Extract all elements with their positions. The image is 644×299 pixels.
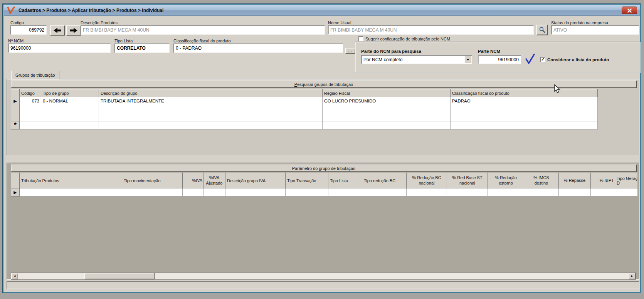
empty-cell[interactable] [451, 121, 598, 129]
pesquisar-grupos-button[interactable]: Pesquisar grupos de tributação [11, 81, 637, 88]
parte-pesquisa-value: Por NCM completo [362, 57, 464, 62]
empty-cell[interactable] [41, 105, 99, 113]
scrollbar-thumb[interactable] [84, 273, 155, 279]
empty-cell[interactable] [447, 188, 488, 197]
class-fiscal-input[interactable] [173, 44, 343, 53]
new-row-selector[interactable]: * [11, 121, 20, 129]
param-col-red-base-st-nacional[interactable]: % Red Base ST nacional [447, 173, 488, 188]
empty-cell[interactable] [20, 105, 41, 113]
tipo-lista-input[interactable] [114, 44, 170, 53]
empty-cell[interactable] [323, 113, 451, 121]
grupos-col-class-fiscal[interactable]: Classificação fiscal do produto [451, 89, 598, 97]
descricao-input[interactable] [81, 25, 325, 35]
class-fiscal-label: Classificação fiscal do produto [173, 39, 231, 43]
param-col-reducao-bc-nacional[interactable]: % Redução BC nacional [407, 173, 447, 188]
ncm-input[interactable] [8, 44, 111, 53]
grupos-col-codigo[interactable]: Código [20, 89, 41, 97]
empty-cell[interactable] [323, 105, 451, 113]
cell-regiao-fiscal[interactable]: GO LUCRO PRESUMIDO [323, 97, 451, 105]
param-col-iva[interactable]: %IVA [183, 173, 203, 188]
considerar-lista-label: Considerar a lista do produto [547, 57, 609, 62]
parte-pesquisa-select[interactable]: Por NCM completo [361, 55, 472, 64]
cell-codigo[interactable]: 073 [20, 97, 41, 105]
title-bar[interactable]: Cadastros > Produtos > Aplicar tributaçã… [4, 5, 640, 16]
parametro-header-button[interactable]: Parâmetro do grupo de tributação [11, 165, 637, 172]
status-input[interactable] [551, 25, 639, 35]
empty-cell[interactable] [20, 113, 41, 121]
empty-cell[interactable] [591, 188, 615, 197]
param-col-tipo-geracao[interactable]: Tipo Geração D [615, 173, 638, 188]
grupos-col-regiao-fiscal[interactable]: Região Fiscal [323, 89, 451, 97]
empty-cell[interactable] [488, 188, 524, 197]
parametros-selector-header [11, 173, 20, 188]
tab-label: Grupos de tributação [15, 73, 55, 77]
param-col-iva-ajustado[interactable]: %IVA Ajustado [203, 173, 225, 188]
empty-cell[interactable] [225, 188, 286, 197]
scroll-right-button[interactable]: ► [629, 273, 636, 279]
empty-cell[interactable] [20, 188, 122, 197]
empty-cell[interactable] [559, 188, 591, 197]
current-row-selector[interactable]: ▶ [11, 97, 20, 105]
next-record-button[interactable] [66, 25, 81, 35]
param-col-descricao-grupo-iva[interactable]: Descrição grupo IVA [225, 173, 286, 188]
grupos-col-descricao-grupo[interactable]: Descrição do grupo [99, 89, 323, 97]
param-col-tipo-transacao[interactable]: Tipo Transação [286, 173, 328, 188]
param-col-tributacao-produtos[interactable]: Tributação Produtos [20, 173, 122, 188]
param-col-imcs-destino[interactable]: % IMCS destino [524, 173, 559, 188]
param-col-tipo-reducao-bc[interactable]: Tipo redução BC [362, 173, 407, 188]
grupos-grid: Código Tipo de grupo Descrição do grupo … [11, 89, 598, 129]
window-title: Cadastros > Produtos > Aplicar tributaçã… [18, 8, 163, 13]
row-selector[interactable] [11, 113, 20, 121]
param-col-tipo-lista[interactable]: Tipo Lista [328, 173, 362, 188]
app-window: Cadastros > Produtos > Aplicar tributaçã… [3, 4, 641, 293]
tab-grupos-de-tributacao[interactable]: Grupos de tributação [11, 71, 59, 79]
param-col-tipo-movimentacao[interactable]: Tipo movimentação [122, 173, 183, 188]
class-fiscal-lookup-button[interactable]: ... [345, 48, 355, 54]
current-row-icon: ▶ [13, 99, 17, 103]
cell-tipo-grupo[interactable]: 0 - NORMAL [41, 97, 99, 105]
param-col-repasse[interactable]: % Repasse [559, 173, 591, 188]
empty-cell[interactable] [323, 121, 451, 129]
empty-cell[interactable] [20, 121, 41, 129]
parte-ncm-label: Parte NCM [478, 49, 500, 54]
cell-class-fiscal[interactable]: PADRAO [451, 97, 598, 105]
checkbox-check-icon: ✓ [541, 57, 545, 62]
codigo-input[interactable] [10, 25, 47, 35]
empty-cell[interactable] [183, 188, 203, 197]
empty-cell[interactable] [99, 105, 323, 113]
considerar-lista-checkbox[interactable]: ✓ [540, 57, 545, 62]
search-product-button[interactable] [536, 25, 548, 35]
previous-record-button[interactable] [50, 25, 65, 35]
param-col-reducao-estorno[interactable]: % Redução estorno [488, 173, 524, 188]
close-button[interactable] [622, 7, 637, 14]
tipo-lista-label: Tipo Lista [114, 39, 133, 43]
codigo-label: Codigo [10, 20, 24, 25]
current-row-selector[interactable]: ▶ [11, 188, 20, 197]
apply-ncm-check-icon[interactable] [525, 53, 535, 65]
horizontal-scrollbar[interactable]: ◄ ► [11, 272, 636, 280]
sugerir-ncm-checkbox[interactable] [358, 36, 363, 41]
parte-ncm-input[interactable] [478, 55, 521, 64]
empty-cell[interactable] [451, 105, 598, 113]
grupos-col-tipo-grupo[interactable]: Tipo de grupo [41, 89, 99, 97]
dropdown-button[interactable] [464, 56, 471, 63]
empty-cell[interactable] [615, 188, 638, 197]
empty-cell[interactable] [99, 113, 323, 121]
empty-cell[interactable] [524, 188, 559, 197]
param-col-ibpt[interactable]: % IBPT [591, 173, 615, 188]
empty-cell[interactable] [41, 113, 99, 121]
empty-cell[interactable] [451, 113, 598, 121]
empty-cell[interactable] [286, 188, 328, 197]
empty-cell[interactable] [41, 121, 99, 129]
empty-cell[interactable] [362, 188, 407, 197]
empty-cell[interactable] [203, 188, 225, 197]
scroll-left-button[interactable]: ◄ [11, 273, 18, 279]
row-selector[interactable] [11, 105, 20, 113]
new-row-icon: * [14, 121, 17, 129]
empty-cell[interactable] [99, 121, 323, 129]
nome-usual-input[interactable] [328, 25, 534, 35]
empty-cell[interactable] [328, 188, 362, 197]
empty-cell[interactable] [407, 188, 447, 197]
cell-descricao-grupo[interactable]: TRIBUTADA INTEGRALMENTE [99, 97, 323, 105]
empty-cell[interactable] [122, 188, 183, 197]
